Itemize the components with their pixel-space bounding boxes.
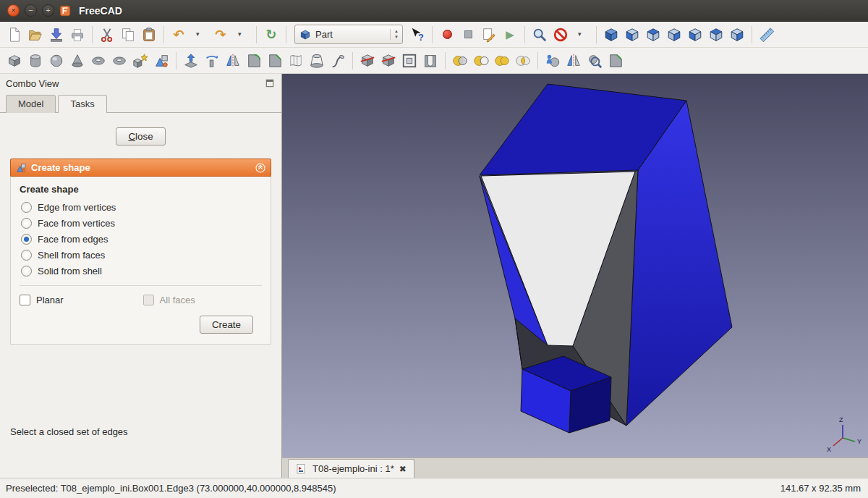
- shape-builder-button[interactable]: [151, 51, 171, 71]
- radio-icon: [21, 202, 32, 213]
- radio-face-from-edges[interactable]: Face from edges: [21, 234, 260, 245]
- redo-button[interactable]: ↷: [210, 25, 231, 45]
- macro-record-button[interactable]: [437, 25, 457, 45]
- paste-button[interactable]: [139, 25, 159, 45]
- spinner-arrows-icon[interactable]: ▲▼: [390, 29, 399, 39]
- document-tab[interactable]: T08-ejemplo-ini : 1* ✖: [288, 459, 414, 478]
- loft-button[interactable]: [307, 51, 327, 71]
- offset-button[interactable]: [399, 51, 420, 71]
- refresh-button[interactable]: ↻: [261, 25, 281, 45]
- boolean-union-button[interactable]: [492, 51, 512, 71]
- extrude-button[interactable]: [181, 51, 201, 71]
- cut-button[interactable]: [97, 25, 117, 45]
- view-bottom-button[interactable]: [706, 25, 726, 45]
- clipping-plane-button[interactable]: [550, 25, 571, 45]
- toolbar-separator: [752, 26, 752, 43]
- revolve-button[interactable]: [202, 51, 222, 71]
- window-minimize-button[interactable]: −: [25, 4, 37, 17]
- radio-face-from-vertices[interactable]: Face from vertices: [21, 218, 260, 229]
- cone-button[interactable]: [67, 51, 88, 71]
- create-shape-form: Create shape Edge from vertices Face fro…: [10, 177, 271, 345]
- radio-label: Face from vertices: [38, 218, 115, 229]
- sphere-button[interactable]: [46, 51, 67, 71]
- window-maximize-button[interactable]: +: [42, 4, 54, 17]
- macro-stop-button[interactable]: [458, 25, 478, 45]
- macro-edit-button[interactable]: [479, 25, 499, 45]
- cylinder-button[interactable]: [25, 51, 46, 71]
- defeaturing-button[interactable]: [605, 51, 626, 71]
- view-left-button[interactable]: [727, 25, 747, 45]
- combo-view-title: Combo View: [6, 78, 264, 89]
- radio-solid-from-shell[interactable]: Solid from shell: [21, 266, 260, 277]
- clipping-dropdown[interactable]: ▾: [571, 25, 592, 45]
- box-button[interactable]: [4, 51, 25, 71]
- sweep-button[interactable]: [328, 51, 348, 71]
- view-axonometric-button[interactable]: [601, 25, 621, 45]
- undock-panel-icon[interactable]: [264, 77, 276, 89]
- tab-model[interactable]: Model: [6, 95, 56, 113]
- boolean-button[interactable]: [450, 51, 470, 71]
- tube-button[interactable]: [109, 51, 129, 71]
- checkbox-planar[interactable]: Planar: [20, 295, 64, 305]
- chamfer-button[interactable]: [265, 51, 285, 71]
- undo-button[interactable]: ↶: [169, 25, 189, 45]
- torus-button[interactable]: [88, 51, 109, 71]
- offset-icon: [401, 53, 417, 69]
- 3d-scene: Z Y X: [282, 74, 868, 457]
- checkbox-all-faces: All faces: [143, 295, 195, 305]
- close-task-button[interactable]: Close: [116, 127, 165, 145]
- tab-tasks[interactable]: Tasks: [58, 95, 106, 113]
- copy-button[interactable]: [118, 25, 138, 45]
- primitives-button[interactable]: [130, 51, 150, 71]
- view-front-button[interactable]: [622, 25, 642, 45]
- cross-sections-button[interactable]: [378, 51, 399, 71]
- radio-label: Edge from vertices: [38, 202, 116, 213]
- thickness-button[interactable]: [420, 51, 441, 71]
- create-button[interactable]: Create: [200, 316, 253, 334]
- boolean-cut-button[interactable]: [471, 51, 491, 71]
- view-right-button[interactable]: [664, 25, 684, 45]
- redo-history-dropdown[interactable]: ▾: [231, 25, 252, 45]
- section-button[interactable]: [357, 51, 378, 71]
- toolbar-separator: [445, 52, 446, 69]
- statusbar-dimensions-text: 141.67 x 92.35 mm: [780, 483, 861, 494]
- close-document-icon[interactable]: ✖: [399, 464, 407, 474]
- create-shape-header[interactable]: Create shape: [10, 159, 271, 177]
- collapse-section-icon[interactable]: [255, 162, 266, 174]
- new-document-button[interactable]: [4, 25, 25, 45]
- mirror-button[interactable]: [223, 51, 243, 71]
- save-button[interactable]: [46, 25, 67, 45]
- print-button[interactable]: [67, 25, 88, 45]
- magnifier-icon: [532, 27, 548, 43]
- radio-edge-from-vertices[interactable]: Edge from vertices: [21, 202, 260, 213]
- view-top-button[interactable]: [643, 25, 663, 45]
- open-document-button[interactable]: [25, 25, 46, 45]
- 3d-viewport[interactable]: Z Y X: [282, 74, 868, 457]
- workbench-selector[interactable]: Part ▲▼: [294, 25, 403, 44]
- toolbar-separator: [524, 26, 525, 43]
- ruled-surface-icon: [288, 53, 304, 69]
- view-rear-button[interactable]: [685, 25, 705, 45]
- radio-shell-from-faces[interactable]: Shell from faces: [21, 250, 260, 261]
- boolean-intersection-button[interactable]: [513, 51, 533, 71]
- new-document-icon: [7, 27, 22, 43]
- chevron-down-icon: ▾: [196, 31, 203, 38]
- check-geometry-button[interactable]: [584, 51, 605, 71]
- create-shape-header-label: Create shape: [31, 162, 90, 173]
- stop-square-icon: [464, 30, 472, 38]
- toolbar-separator: [537, 52, 538, 69]
- checkbox-label: Planar: [36, 295, 64, 305]
- ruled-surface-button[interactable]: [286, 51, 306, 71]
- undo-history-dropdown[interactable]: ▾: [190, 25, 210, 45]
- box-zoom-button[interactable]: [529, 25, 550, 45]
- fillet-button[interactable]: [244, 51, 264, 71]
- split-button[interactable]: [563, 51, 584, 71]
- connect-button[interactable]: [542, 51, 563, 71]
- main-area: Combo View Model Tasks Close Create shap…: [0, 74, 868, 478]
- macro-play-button[interactable]: ▶: [500, 25, 520, 45]
- cylinder-icon: [27, 53, 43, 69]
- save-icon: [48, 27, 64, 43]
- measure-button[interactable]: [757, 25, 777, 45]
- window-close-button[interactable]: ×: [7, 4, 20, 17]
- whats-this-button[interactable]: [407, 25, 427, 45]
